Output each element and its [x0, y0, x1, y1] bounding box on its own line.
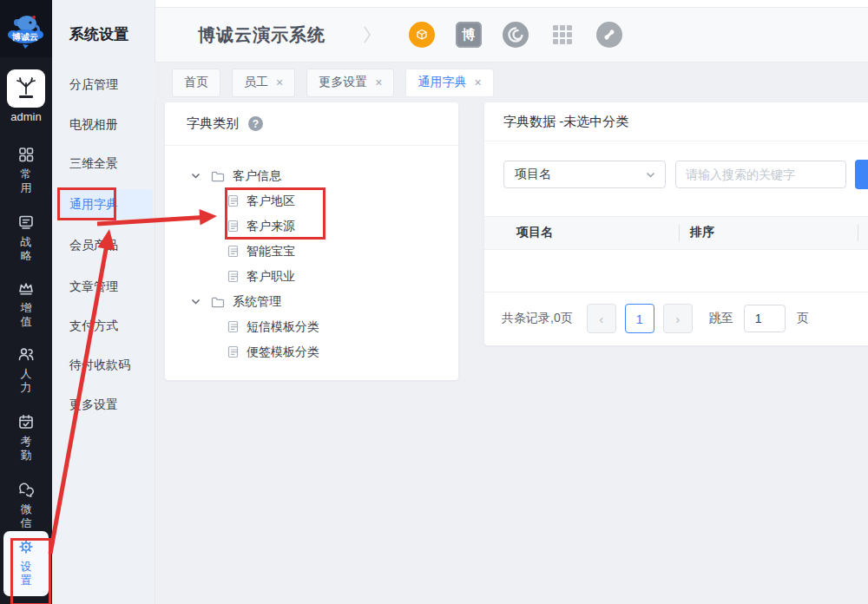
- next-page-button[interactable]: ›: [663, 304, 693, 333]
- avatar[interactable]: [7, 69, 45, 108]
- calendar-check-icon: [17, 413, 35, 430]
- strategy-board-icon: [17, 213, 35, 231]
- close-icon[interactable]: ×: [375, 76, 382, 89]
- tree-node-label: 客户来源: [247, 219, 295, 234]
- tab-employees[interactable]: 员工 ×: [232, 69, 295, 97]
- rail-item-strategy[interactable]: 战略: [0, 213, 52, 263]
- bo-book-glyph: 博: [463, 27, 476, 43]
- rail-item-hr[interactable]: 人力: [0, 345, 52, 395]
- rail-item-attendance[interactable]: 考勤: [0, 413, 52, 463]
- crown-icon: [17, 279, 35, 297]
- tree-node-label: 便签模板分类: [247, 345, 319, 360]
- apps-grid-button[interactable]: [551, 23, 574, 46]
- bo-book-button[interactable]: 博: [456, 22, 482, 48]
- current-page-button[interactable]: 1: [625, 304, 654, 333]
- cube-app-button[interactable]: [409, 22, 435, 48]
- category-tree: 客户信息 客户地区 客户来源 智能宝宝 客户职业: [165, 146, 458, 364]
- empty-table-body: [484, 250, 868, 292]
- submenu-item-article-management[interactable]: 文章管理: [52, 272, 155, 301]
- rail-item-common[interactable]: 常用: [0, 146, 52, 195]
- data-panel-title: 字典数据 -未选中分类: [484, 102, 868, 141]
- document-icon: [227, 345, 239, 358]
- search-input[interactable]: [675, 161, 846, 188]
- chevron-right-icon: ›: [675, 312, 680, 326]
- dictionary-category-panel: 字典类别 ? 客户信息 客户地区 客户来源: [165, 102, 458, 380]
- left-rail: 博诚云 admin 常用: [0, 0, 52, 604]
- cloud-elephant-logo-icon: 博诚云: [5, 6, 47, 51]
- document-icon: [227, 220, 239, 233]
- tab-label: 员工: [244, 75, 268, 90]
- record-summary: 共条记录,0页: [502, 311, 573, 326]
- phone-button[interactable]: [596, 22, 622, 48]
- tree-node-label: 短信模板分类: [247, 319, 319, 335]
- help-icon[interactable]: ?: [248, 116, 263, 131]
- topbar: 博诚云演示系统 博: [155, 8, 868, 62]
- chevron-down-icon: [646, 172, 655, 178]
- antler-avatar-icon: [13, 76, 39, 102]
- grid-squares-icon: [17, 146, 35, 163]
- column-header-sort: 排序: [690, 225, 714, 240]
- close-icon[interactable]: ×: [276, 76, 283, 89]
- top-white-strip: [155, 0, 868, 8]
- settings-submenu: 系统设置 分店管理 电视相册 三维全景 通用字典 会员产品 文章管理 支付方式 …: [52, 0, 155, 604]
- table-header-row: 项目名 排序: [484, 216, 868, 250]
- tab-label: 更多设置: [319, 75, 367, 90]
- jump-to-label: 跳至: [709, 311, 733, 326]
- tree-node-label: 客户职业: [247, 269, 295, 285]
- submenu-item-more-settings[interactable]: 更多设置: [52, 390, 155, 419]
- wechat-icon: [17, 481, 35, 498]
- prev-page-button[interactable]: ‹: [587, 304, 616, 333]
- tree-leaf-note-template-category[interactable]: 便签模板分类: [165, 339, 458, 364]
- swirl-icon: [507, 26, 524, 43]
- tree-leaf-sms-template-category[interactable]: 短信模板分类: [165, 314, 458, 339]
- app-logo[interactable]: 博诚云: [0, 0, 52, 57]
- document-icon: [227, 320, 239, 333]
- submenu-item-common-dictionary[interactable]: 通用字典: [54, 189, 153, 219]
- chevron-left-icon: ‹: [599, 312, 603, 326]
- tree-leaf-customer-source[interactable]: 客户来源: [165, 213, 458, 239]
- tree-folder-customer-info[interactable]: 客户信息: [165, 163, 458, 188]
- document-icon: [227, 245, 239, 258]
- filter-field-value: 项目名: [515, 167, 551, 182]
- swirl-logo-button[interactable]: [503, 22, 529, 48]
- people-icon: [17, 345, 35, 363]
- folder-icon: [211, 296, 225, 308]
- caret-down-icon[interactable]: [191, 299, 201, 305]
- pagination: 共条记录,0页 ‹ 1 › 跳至 页: [484, 304, 868, 333]
- tree-node-label: 客户地区: [247, 194, 295, 209]
- tab-home[interactable]: 首页: [172, 69, 220, 97]
- submenu-item-member-products[interactable]: 会员产品: [52, 230, 155, 259]
- dictionary-data-panel: 字典数据 -未选中分类 项目名 项目名 排序 共条记录,0页 ‹ 1 › 跳至 …: [484, 102, 868, 345]
- tree-folder-system-management[interactable]: 系统管理: [165, 289, 458, 314]
- tab-more-settings[interactable]: 更多设置 ×: [306, 69, 394, 97]
- tab-common-dictionary[interactable]: 通用字典 ×: [405, 69, 493, 97]
- username: admin: [0, 110, 52, 123]
- caret-down-icon[interactable]: [191, 173, 201, 179]
- rail-item-wechat[interactable]: 微信: [0, 481, 52, 530]
- search-button[interactable]: [855, 160, 868, 189]
- tree-node-label: 系统管理: [233, 294, 281, 310]
- tree-panel-title: 字典类别: [187, 115, 239, 132]
- tabs-bar: 首页 员工 × 更多设置 × 通用字典 ×: [155, 62, 868, 102]
- tree-leaf-customer-region[interactable]: 客户地区: [165, 188, 458, 213]
- jump-page-input[interactable]: [744, 305, 786, 332]
- tab-label: 通用字典: [418, 75, 466, 90]
- page-unit-label: 页: [797, 311, 809, 326]
- submenu-item-tv-album[interactable]: 电视相册: [52, 109, 155, 139]
- submenu-item-payment-qr-code[interactable]: 待付收款码: [52, 350, 155, 379]
- submenu-item-branch-management[interactable]: 分店管理: [52, 69, 155, 99]
- tree-leaf-customer-occupation[interactable]: 客户职业: [165, 264, 458, 289]
- document-icon: [227, 270, 239, 283]
- rail-item-value-added[interactable]: 增值: [0, 279, 52, 329]
- document-icon: [227, 194, 239, 207]
- gear-icon: [17, 538, 35, 555]
- submenu-item-payment-methods[interactable]: 支付方式: [52, 311, 155, 340]
- rail-item-settings[interactable]: 设置: [3, 531, 49, 596]
- tab-label: 首页: [184, 75, 208, 90]
- close-icon[interactable]: ×: [474, 76, 481, 89]
- tree-leaf-smart-baby[interactable]: 智能宝宝: [165, 239, 458, 264]
- submenu-item-3d-panorama[interactable]: 三维全景: [52, 148, 155, 178]
- submenu-title: 系统设置: [69, 24, 128, 44]
- tree-node-label: 客户信息: [233, 168, 281, 184]
- filter-field-select[interactable]: 项目名: [503, 161, 666, 188]
